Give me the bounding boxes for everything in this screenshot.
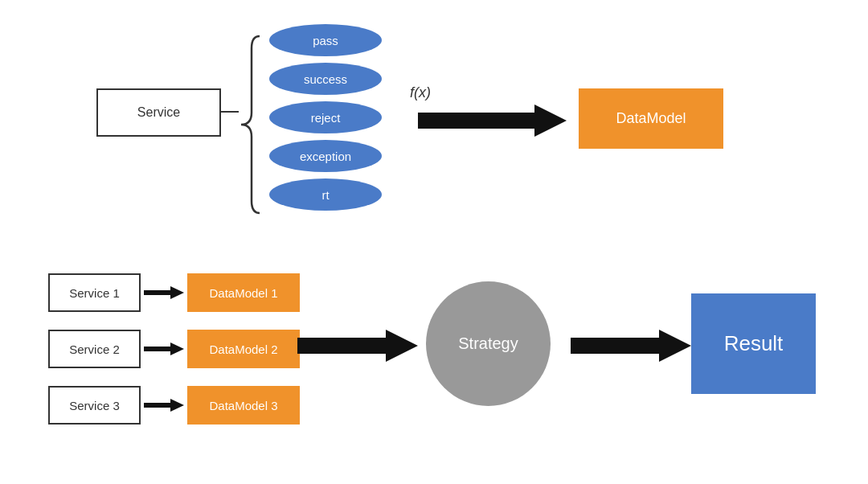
bottom-left-arrow <box>297 326 418 366</box>
top-arrow <box>418 100 567 141</box>
connector-line <box>221 111 239 113</box>
bottom-row-2: Service 2 DataModel 2 <box>48 330 300 368</box>
bottom-datamodel-box-3: DataModel 3 <box>187 386 300 425</box>
ellipse-reject: reject <box>269 101 382 133</box>
top-datamodel-box: DataModel <box>579 88 723 149</box>
svg-marker-4 <box>297 330 418 362</box>
ellipses-group: pass success reject exception rt <box>269 24 382 211</box>
bottom-right-arrow <box>571 326 691 366</box>
bottom-diagram: Service 1 DataModel 1 Service 2 <box>24 257 844 466</box>
small-arrow-2 <box>144 341 184 357</box>
svg-marker-0 <box>418 105 567 137</box>
bottom-service-box-2: Service 2 <box>48 330 141 368</box>
small-arrow-3 <box>144 397 184 413</box>
svg-marker-2 <box>144 342 184 355</box>
bottom-datamodel-box-1: DataModel 1 <box>187 273 300 312</box>
ellipse-exception: exception <box>269 140 382 172</box>
ellipse-pass: pass <box>269 24 382 56</box>
bottom-datamodel-box-2: DataModel 2 <box>187 330 300 368</box>
bottom-row-1: Service 1 DataModel 1 <box>48 273 300 312</box>
curly-brace <box>237 32 261 217</box>
svg-marker-5 <box>571 330 691 362</box>
svg-marker-3 <box>144 399 184 412</box>
fx-label: f(x) <box>410 84 431 101</box>
svg-marker-1 <box>144 286 184 299</box>
bottom-row-3: Service 3 DataModel 3 <box>48 386 300 425</box>
ellipse-rt: rt <box>269 178 382 211</box>
top-diagram: Service pass success reject exception <box>48 16 820 241</box>
bottom-services-group: Service 1 DataModel 1 Service 2 <box>48 273 300 425</box>
bottom-service-box-1: Service 1 <box>48 273 141 312</box>
small-arrow-1 <box>144 285 184 301</box>
strategy-circle: Strategy <box>426 281 551 406</box>
bottom-service-box-3: Service 3 <box>48 386 141 425</box>
result-box: Result <box>691 293 816 394</box>
top-service-box: Service <box>96 88 221 137</box>
ellipse-success: success <box>269 63 382 95</box>
top-service-label: Service <box>137 105 180 120</box>
diagram-container: Service pass success reject exception <box>0 0 868 484</box>
